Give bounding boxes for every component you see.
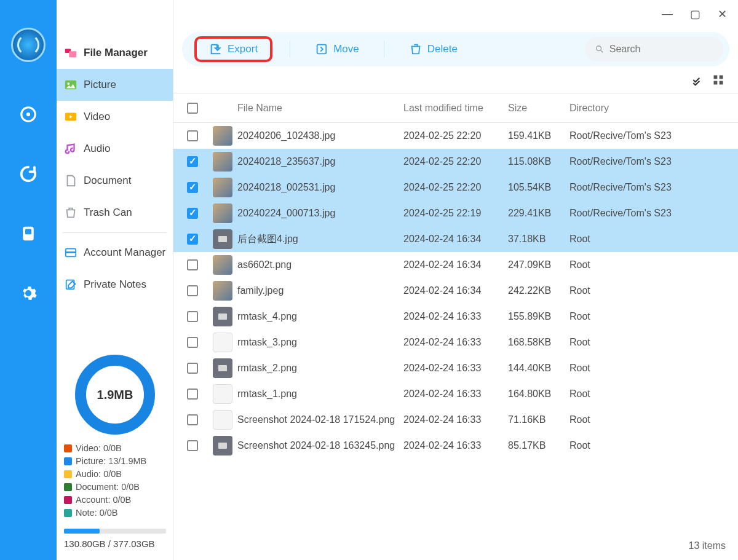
row-checkbox[interactable] xyxy=(187,208,198,219)
view-grid-toggle[interactable] xyxy=(712,74,724,89)
sidebar-item-label: Picture xyxy=(84,79,116,91)
sidebar-item-picture[interactable]: Picture xyxy=(57,69,173,101)
sidebar-item-audio[interactable]: Audio xyxy=(57,133,173,165)
row-checkbox[interactable] xyxy=(187,182,198,193)
sidebar-item-account[interactable]: Account Manager xyxy=(57,237,173,269)
storage-legend-item: Video: 0/0B xyxy=(64,443,166,453)
cell-size: 229.41KB xyxy=(508,208,569,219)
legend-label: Note: 0/0B xyxy=(76,508,118,518)
delete-button[interactable]: Delete xyxy=(402,39,465,60)
cell-size: 37.18KB xyxy=(508,234,569,245)
sidebar-item-document[interactable]: Document xyxy=(57,165,173,197)
legend-label: Audio: 0/0B xyxy=(76,469,122,479)
table-row[interactable]: rmtask_4.png 2024-02-24 16:33 155.89KB R… xyxy=(173,304,738,329)
delete-label: Delete xyxy=(427,43,458,55)
table-row[interactable]: rmtask_3.png 2024-02-24 16:33 168.58KB R… xyxy=(173,329,738,355)
table-row[interactable]: rmtask_2.png 2024-02-24 16:33 144.40KB R… xyxy=(173,355,738,381)
toolbar-divider xyxy=(290,41,290,58)
sidebar-title-label: File Manager xyxy=(84,47,148,59)
table-row[interactable]: Screenshot 2024-02-18 171524.png 2024-02… xyxy=(173,407,738,433)
cell-size: 155.89KB xyxy=(508,311,569,322)
rail-disc-icon[interactable] xyxy=(0,105,57,128)
sidebar-item-label: Video xyxy=(84,111,110,123)
legend-label: Document: 0/0B xyxy=(76,482,140,492)
row-checkbox[interactable] xyxy=(187,156,198,167)
cell-size: 164.80KB xyxy=(508,388,569,400)
table-row[interactable]: family.jpeg 2024-02-24 16:34 242.22KB Ro… xyxy=(173,278,738,304)
sidebar-item-label: Account Manager xyxy=(84,246,165,259)
sidebar-item-notes[interactable]: Private Notes xyxy=(57,269,173,301)
sidebar-item-video[interactable]: Video xyxy=(57,101,173,133)
cell-filename: Screenshot 2024-02-18 171524.png xyxy=(237,414,403,425)
table-row[interactable]: 20240224_000713.jpg 2024-02-25 22:19 229… xyxy=(173,200,738,226)
cell-directory: Root xyxy=(569,414,734,425)
move-button[interactable]: Move xyxy=(308,39,367,60)
row-checkbox[interactable] xyxy=(187,363,198,374)
search-box[interactable] xyxy=(585,37,723,61)
storage-legend-item: Document: 0/0B xyxy=(64,482,166,492)
col-directory[interactable]: Directory xyxy=(569,103,734,114)
file-thumbnail xyxy=(213,358,232,378)
cell-size: 159.41KB xyxy=(508,130,569,141)
table-row[interactable]: 后台截图4.jpg 2024-02-24 16:34 37.18KB Root xyxy=(173,226,738,252)
table-row[interactable]: 20240218_235637.jpg 2024-02-25 22:20 115… xyxy=(173,149,738,175)
file-grid: File Name Last modified time Size Direct… xyxy=(173,93,738,560)
window-maximize[interactable]: ▢ xyxy=(690,7,700,21)
row-checkbox[interactable] xyxy=(187,337,198,348)
sidebar-item-trash[interactable]: Trash Can xyxy=(57,197,173,229)
table-row[interactable]: as6602t.png 2024-02-24 16:34 247.09KB Ro… xyxy=(173,252,738,278)
file-manager-icon xyxy=(64,46,77,60)
col-size[interactable]: Size xyxy=(508,103,569,114)
export-button[interactable]: Export xyxy=(194,36,272,62)
col-time[interactable]: Last modified time xyxy=(403,103,508,114)
row-checkbox[interactable] xyxy=(187,259,198,270)
cell-size: 115.08KB xyxy=(508,156,569,167)
storage-legend-item: Note: 0/0B xyxy=(64,508,166,518)
cell-time: 2024-02-25 22:20 xyxy=(403,156,508,167)
select-all-toggle[interactable] xyxy=(691,74,704,89)
trash-icon xyxy=(64,206,77,219)
row-checkbox[interactable] xyxy=(187,285,198,296)
window-close[interactable]: ✕ xyxy=(718,7,727,21)
sidebar-title[interactable]: File Manager xyxy=(57,37,173,69)
rail-device-icon[interactable] xyxy=(0,224,57,247)
sidebar-item-label: Private Notes xyxy=(84,278,146,291)
cell-time: 2024-02-24 16:34 xyxy=(403,285,508,296)
cell-filename: 后台截图4.jpg xyxy=(237,233,403,246)
row-checkbox[interactable] xyxy=(187,234,198,245)
file-thumbnail xyxy=(213,152,232,172)
table-row[interactable]: 20240206_102438.jpg 2024-02-25 22:20 159… xyxy=(173,123,738,149)
select-all-checkbox[interactable] xyxy=(187,103,198,114)
storage-summary: 130.80GB / 377.03GB xyxy=(64,538,166,549)
cell-filename: 20240218_002531.jpg xyxy=(237,182,403,193)
table-row[interactable]: 20240218_002531.jpg 2024-02-25 22:20 105… xyxy=(173,175,738,200)
svg-rect-5 xyxy=(69,51,76,57)
video-icon xyxy=(64,110,77,124)
rail-settings-icon[interactable] xyxy=(0,284,57,307)
window-minimize[interactable]: — xyxy=(662,7,673,21)
row-checkbox[interactable] xyxy=(187,440,198,451)
legend-swatch xyxy=(64,483,72,491)
legend-label: Video: 0/0B xyxy=(76,443,122,453)
table-row[interactable]: rmtask_1.png 2024-02-24 16:33 164.80KB R… xyxy=(173,381,738,407)
cell-filename: 20240218_235637.jpg xyxy=(237,156,403,167)
row-checkbox[interactable] xyxy=(187,414,198,425)
cell-directory: Root/Recive/Tom's S23 xyxy=(569,156,734,167)
cell-time: 2024-02-25 22:20 xyxy=(403,182,508,193)
row-checkbox[interactable] xyxy=(187,388,198,400)
row-checkbox[interactable] xyxy=(187,311,198,322)
cell-directory: Root/Recive/Tom's S23 xyxy=(569,130,734,141)
table-row[interactable]: Screenshot 2024-02-18 163245.png 2024-02… xyxy=(173,433,738,459)
svg-rect-15 xyxy=(720,76,723,79)
legend-swatch xyxy=(64,496,72,504)
search-input[interactable] xyxy=(609,44,713,55)
row-checkbox[interactable] xyxy=(187,130,198,141)
sidebar-divider xyxy=(63,232,167,233)
col-filename[interactable]: File Name xyxy=(237,103,403,114)
toolbar-divider xyxy=(384,41,384,58)
file-thumbnail xyxy=(213,436,232,455)
cell-time: 2024-02-24 16:33 xyxy=(403,414,508,425)
app-logo xyxy=(11,28,46,62)
rail-sync-icon[interactable] xyxy=(0,165,57,187)
cell-time: 2024-02-24 16:33 xyxy=(403,363,508,374)
